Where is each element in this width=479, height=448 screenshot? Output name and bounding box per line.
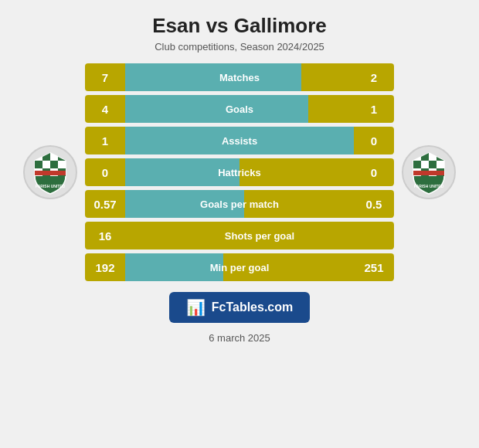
right-crest-area: PARISH UNITED [394,145,464,199]
stat-left-value: 1 [85,134,125,148]
stat-row: 4Goals1 [85,95,394,123]
svg-rect-18 [421,161,429,168]
stat-bar-area: Assists [125,127,354,154]
stat-right-value: 0 [354,166,394,179]
fctables-text: FcTables.com [212,300,294,314]
right-crest-svg: PARISH UNITED [406,149,452,195]
stat-bar-fill [125,127,354,154]
left-crest-area: PARISH UNITED [15,145,85,199]
stat-row: 192Min per goal251 [85,253,394,281]
stat-bar-fill [125,158,240,186]
stat-left-value: 0 [85,166,125,179]
stat-bar-area: Min per goal [125,253,354,281]
stat-left-value: 0.57 [85,198,125,211]
stat-bar-area: Hattricks [125,158,354,186]
page-container: Esan vs Gallimore Club competitions, Sea… [0,0,479,448]
fctables-icon: 📊 [186,298,206,317]
svg-text:PARISH UNITED: PARISH UNITED [414,184,444,188]
svg-text:PARISH UNITED: PARISH UNITED [36,184,66,188]
svg-rect-19 [429,161,437,168]
stat-bar-fill [125,253,223,281]
svg-rect-7 [58,161,66,168]
stat-bar-area: Shots per goal [125,222,394,249]
stats-column: 7Matches24Goals11Assists00Hattricks00.57… [85,63,394,281]
stat-right-value: 2 [354,71,394,84]
svg-rect-6 [50,161,58,168]
stat-right-value: 251 [354,261,394,274]
svg-rect-1 [42,153,50,161]
stat-left-value: 4 [85,103,125,116]
stat-bar-fill [125,63,301,91]
stat-bar-area: Goals [125,95,354,123]
svg-rect-17 [413,161,421,168]
left-crest-svg: PARISH UNITED [27,149,73,195]
stat-left-value: 192 [85,261,125,274]
stat-row: 7Matches2 [85,63,394,91]
stat-bar-area: Goals per match [125,190,354,218]
stat-left-value: 16 [85,229,125,243]
right-crest: PARISH UNITED [402,145,456,199]
date-text: 6 march 2025 [209,332,270,344]
page-subtitle: Club competitions, Season 2024/2025 [155,41,324,53]
stat-bar-area: Matches [125,63,354,91]
stat-right-value: 1 [354,103,394,116]
comparison-section: PARISH UNITED 7Matches24Goals11Assists00… [15,63,464,281]
svg-rect-15 [429,153,437,161]
svg-rect-14 [421,153,429,161]
svg-rect-5 [42,161,50,168]
stat-label: Shots per goal [125,230,394,242]
svg-rect-4 [35,161,42,168]
fctables-banner: 📊 FcTables.com [169,292,311,323]
svg-rect-20 [437,161,444,168]
stat-right-value: 0.5 [354,198,394,211]
stat-row: 16Shots per goal [85,222,394,249]
stat-right-value: 0 [354,134,394,148]
stat-row: 0Hattricks0 [85,158,394,186]
stat-row: 1Assists0 [85,127,394,154]
stat-left-value: 7 [85,71,125,84]
stat-bar-fill [125,190,244,218]
stat-bar-fill [125,95,308,123]
stat-row: 0.57Goals per match0.5 [85,190,394,218]
svg-rect-2 [50,153,58,161]
page-title: Esan vs Gallimore [152,14,326,38]
left-crest: PARISH UNITED [23,145,77,199]
